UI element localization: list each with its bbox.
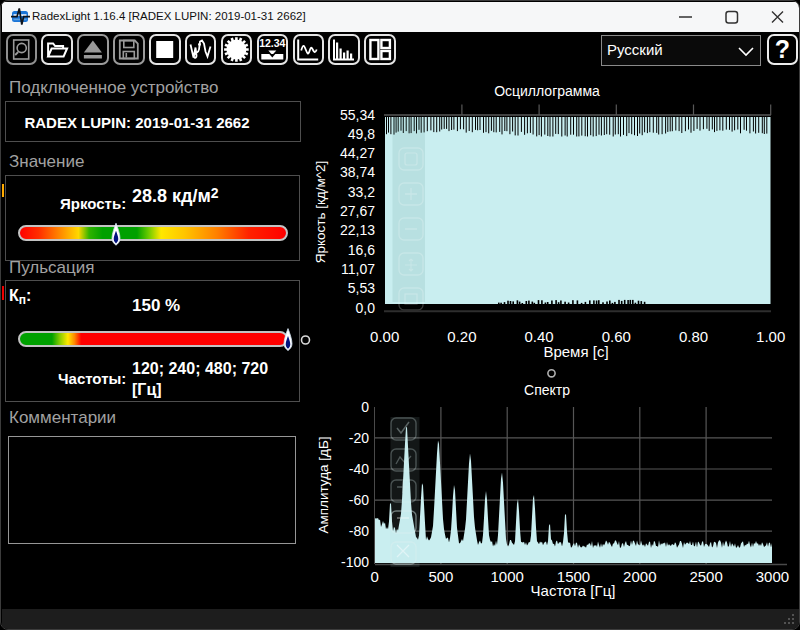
svg-text:-100: -100 (341, 554, 369, 570)
svg-text:2500: 2500 (689, 568, 722, 585)
svg-text:33,2: 33,2 (348, 184, 375, 200)
svg-text:1.00: 1.00 (756, 328, 785, 345)
svg-text:2000: 2000 (623, 568, 656, 585)
svg-text:44,27: 44,27 (340, 145, 375, 161)
svg-text:1000: 1000 (491, 568, 524, 585)
svg-text:0.00: 0.00 (370, 328, 399, 345)
svg-text:Частота [Гц]: Частота [Гц] (531, 582, 616, 599)
svg-text:49,8: 49,8 (348, 126, 375, 142)
svg-text:Время [с]: Время [с] (543, 343, 608, 360)
svg-text:38,74: 38,74 (340, 164, 375, 180)
svg-text:-60: -60 (349, 492, 369, 508)
svg-text:3000: 3000 (756, 568, 789, 585)
svg-text:Яркость [кд/м^2]: Яркость [кд/м^2] (313, 161, 328, 264)
svg-text:-80: -80 (349, 523, 369, 539)
svg-text:0.20: 0.20 (447, 328, 476, 345)
svg-text:Спектр: Спектр (524, 382, 570, 398)
svg-text:16,6: 16,6 (348, 242, 375, 258)
svg-text:Амплитуда [дБ]: Амплитуда [дБ] (316, 436, 331, 533)
svg-text:0,0: 0,0 (356, 300, 376, 316)
svg-text:0: 0 (361, 399, 369, 415)
svg-text:55,34: 55,34 (340, 107, 375, 123)
svg-text:-40: -40 (349, 461, 369, 477)
svg-text:5,53: 5,53 (348, 280, 375, 296)
svg-text:500: 500 (428, 568, 453, 585)
svg-text:27,67: 27,67 (340, 203, 375, 219)
svg-text:Осциллограмма: Осциллограмма (494, 83, 600, 99)
svg-text:-20: -20 (349, 430, 369, 446)
svg-text:0: 0 (370, 568, 378, 585)
svg-text:11,07: 11,07 (341, 261, 375, 277)
svg-text:22,13: 22,13 (340, 222, 375, 238)
svg-text:0.80: 0.80 (679, 328, 708, 345)
